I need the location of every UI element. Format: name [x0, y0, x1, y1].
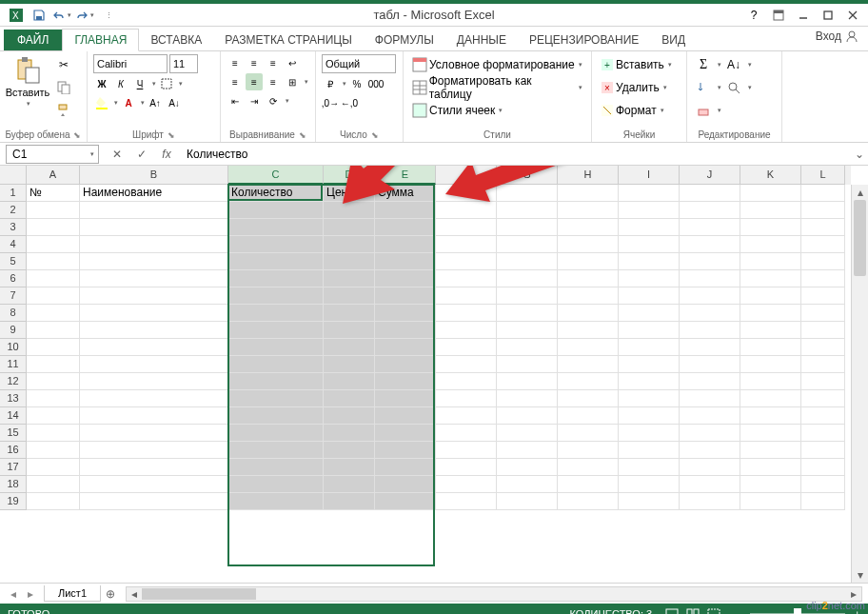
- cell[interactable]: [324, 202, 375, 219]
- cell[interactable]: [324, 407, 375, 425]
- cell[interactable]: [558, 442, 619, 459]
- cell[interactable]: [436, 407, 497, 425]
- cell[interactable]: [436, 202, 497, 219]
- cell[interactable]: [436, 425, 497, 442]
- tab-home[interactable]: ГЛАВНАЯ: [62, 29, 139, 51]
- increase-decimal-icon[interactable]: ,0→: [322, 94, 339, 111]
- row-header[interactable]: 7: [0, 287, 27, 305]
- cell[interactable]: [324, 219, 375, 236]
- font-launcher-icon[interactable]: ⬊: [168, 130, 175, 140]
- cell[interactable]: [324, 236, 375, 253]
- cell[interactable]: [558, 493, 619, 510]
- cell[interactable]: [324, 493, 375, 510]
- row-header[interactable]: 10: [0, 339, 27, 356]
- fx-icon[interactable]: fx: [154, 144, 179, 165]
- cell[interactable]: [228, 270, 324, 287]
- cell[interactable]: [27, 425, 80, 442]
- cell[interactable]: [324, 253, 375, 270]
- conditional-formatting-button[interactable]: Условное форматирование▾: [409, 54, 585, 75]
- cell[interactable]: [228, 236, 324, 253]
- sheet-nav-first-icon[interactable]: ◂: [6, 586, 21, 602]
- cell[interactable]: [558, 407, 619, 425]
- cell[interactable]: [558, 219, 619, 236]
- cell[interactable]: [619, 202, 680, 219]
- cell[interactable]: Цена: [324, 185, 375, 202]
- name-box[interactable]: C1▾: [6, 145, 99, 164]
- column-header-D[interactable]: D: [324, 166, 375, 185]
- cell[interactable]: [27, 270, 80, 287]
- save-icon[interactable]: [29, 7, 49, 24]
- decrease-font-icon[interactable]: A↓: [166, 94, 183, 111]
- cell[interactable]: [558, 185, 619, 202]
- cell[interactable]: [558, 339, 619, 356]
- cell[interactable]: [27, 493, 80, 510]
- row-header[interactable]: 4: [0, 236, 27, 253]
- cell[interactable]: [801, 219, 845, 236]
- cell[interactable]: Наименование: [80, 185, 228, 202]
- cell[interactable]: [436, 390, 497, 407]
- cell[interactable]: [801, 253, 845, 270]
- tab-insert[interactable]: ВСТАВКА: [139, 30, 213, 50]
- cell[interactable]: [740, 390, 801, 407]
- cell[interactable]: [27, 236, 80, 253]
- zoom-in-icon[interactable]: +: [855, 608, 860, 614]
- cell[interactable]: [436, 270, 497, 287]
- row-header[interactable]: 15: [0, 425, 27, 442]
- cell[interactable]: [375, 459, 436, 476]
- cell[interactable]: [740, 322, 801, 339]
- cell[interactable]: [740, 219, 801, 236]
- cell[interactable]: [619, 459, 680, 476]
- cell[interactable]: [375, 493, 436, 510]
- cell[interactable]: [801, 459, 845, 476]
- column-header-C[interactable]: C: [228, 166, 324, 185]
- cell[interactable]: [436, 253, 497, 270]
- cell[interactable]: [619, 493, 680, 510]
- cell[interactable]: [619, 305, 680, 322]
- cell[interactable]: [228, 442, 324, 459]
- cell[interactable]: [497, 459, 558, 476]
- vscroll-thumb[interactable]: [854, 200, 866, 276]
- percent-icon[interactable]: %: [348, 75, 365, 92]
- cell[interactable]: [375, 373, 436, 390]
- cell[interactable]: [228, 356, 324, 373]
- cell[interactable]: [80, 373, 228, 390]
- cell[interactable]: [680, 236, 740, 253]
- help-icon[interactable]: ?: [742, 6, 765, 25]
- cell[interactable]: [740, 442, 801, 459]
- cell[interactable]: [80, 493, 228, 510]
- cell[interactable]: [80, 253, 228, 270]
- cell[interactable]: [801, 339, 845, 356]
- cell[interactable]: [680, 425, 740, 442]
- row-header[interactable]: 5: [0, 253, 27, 270]
- cell[interactable]: [324, 270, 375, 287]
- cell[interactable]: [436, 185, 497, 202]
- cell[interactable]: [680, 493, 740, 510]
- cell[interactable]: [228, 493, 324, 510]
- cell[interactable]: [740, 305, 801, 322]
- cell[interactable]: [27, 373, 80, 390]
- cell[interactable]: [801, 287, 845, 305]
- cell[interactable]: [497, 219, 558, 236]
- cell[interactable]: [680, 390, 740, 407]
- cell[interactable]: [228, 373, 324, 390]
- cell[interactable]: [80, 476, 228, 493]
- sheet-tab[interactable]: Лист1: [44, 585, 101, 602]
- tab-page-layout[interactable]: РАЗМЕТКА СТРАНИЦЫ: [213, 30, 364, 50]
- cell[interactable]: [497, 442, 558, 459]
- delete-cells-button[interactable]: ×Удалить▾: [598, 77, 681, 98]
- cell[interactable]: [324, 287, 375, 305]
- decrease-decimal-icon[interactable]: ←,0: [341, 94, 358, 111]
- cell[interactable]: [375, 236, 436, 253]
- row-header[interactable]: 1: [0, 185, 27, 202]
- enter-icon[interactable]: ✓: [129, 144, 154, 165]
- clear-icon[interactable]: [693, 100, 714, 121]
- cell[interactable]: [680, 373, 740, 390]
- cell[interactable]: [27, 390, 80, 407]
- cell[interactable]: [80, 236, 228, 253]
- cell[interactable]: [324, 390, 375, 407]
- cell[interactable]: [497, 356, 558, 373]
- row-header[interactable]: 3: [0, 219, 27, 236]
- cell[interactable]: [324, 339, 375, 356]
- cell[interactable]: [497, 253, 558, 270]
- comma-icon[interactable]: 000: [367, 75, 385, 92]
